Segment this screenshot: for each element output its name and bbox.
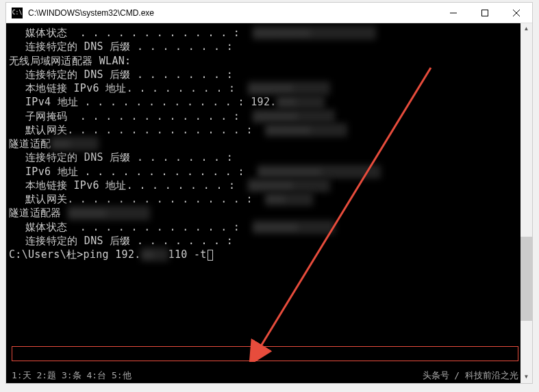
output-line: 连接特定的 DNS 后缀 . . . . . . . :: [9, 68, 532, 81]
scroll-down-icon[interactable]: ▼: [521, 371, 532, 383]
cmd-window: C:\ C:\WINDOWS\system32\CMD.exe 媒体状态 . .…: [5, 2, 533, 384]
redacted-value: xxxxxxx: [265, 123, 347, 137]
redacted-value: xxxxxxxxxx: [258, 165, 381, 179]
output-line: 媒体状态 . . . . . . . . . . . . : xxxxxxx: [9, 220, 532, 234]
scrollbar[interactable]: ▲ ▼: [521, 23, 532, 383]
text-cursor: [208, 250, 213, 261]
output-line: 连接特定的 DNS 后缀 . . . . . . . :: [9, 234, 532, 248]
adapter-header: 隧道适配器 xxxxxx: [9, 206, 532, 220]
redacted-value: xxxxxxxxx: [253, 26, 376, 40]
prompt-line: C:\Users\杜>ping 192.xx110 -t: [9, 248, 532, 261]
output-line: IPv6 地址 . . . . . . . . . . . . : xxxxxx…: [9, 165, 532, 179]
redacted-value: xxx: [277, 95, 325, 109]
close-button[interactable]: [501, 3, 532, 23]
redacted-value: xxx: [51, 137, 99, 151]
credit-text: 头条号 / 科技前沿之光: [423, 369, 518, 382]
redacted-value: xx: [141, 248, 168, 261]
output-line: IPv4 地址 . . . . . . . . . . . . : 192.xx…: [9, 95, 532, 109]
scroll-thumb[interactable]: [521, 237, 532, 321]
window-controls: [438, 3, 532, 23]
svg-rect-1: [482, 10, 488, 16]
window-title: C:\WINDOWS\system32\CMD.exe: [28, 8, 154, 18]
terminal-output[interactable]: 媒体状态 . . . . . . . . . . . . : xxxxxxxxx…: [6, 23, 532, 383]
redacted-value: xxx: [265, 192, 313, 206]
titlebar[interactable]: C:\ C:\WINDOWS\system32\CMD.exe: [6, 3, 532, 23]
output-line: 连接特定的 DNS 后缀 . . . . . . . :: [9, 40, 532, 53]
redacted-value: xxxxxx: [68, 206, 150, 220]
redacted-value: xxxxxxx: [253, 109, 335, 123]
output-line: 默认网关. . . . . . . . . . . . . . : xxxxxx…: [9, 123, 532, 137]
cmd-icon: C:\: [12, 8, 23, 18]
output-line: 子网掩码 . . . . . . . . . . . . : xxxxxxx: [9, 109, 532, 123]
scroll-track[interactable]: [521, 35, 532, 371]
adapter-header: 无线局域网适配器 WLAN:: [9, 54, 532, 68]
minimize-button[interactable]: [438, 3, 469, 23]
output-line: 媒体状态 . . . . . . . . . . . . : xxxxxxxxx: [9, 26, 532, 40]
output-line: 连接特定的 DNS 后缀 . . . . . . . :: [9, 151, 532, 164]
redacted-value: xxxxxxx: [253, 220, 335, 234]
highlight-box: [12, 346, 518, 361]
redacted-value: xxxxxxx: [248, 81, 330, 95]
maximize-button[interactable]: [469, 3, 501, 23]
adapter-header: 隧道适配xxx: [9, 137, 532, 151]
scroll-up-icon[interactable]: ▲: [521, 23, 532, 35]
output-line: 默认网关. . . . . . . . . . . . . . : xxx: [9, 192, 532, 206]
output-line: 本地链接 IPv6 地址. . . . . . . . : xxxxxxx: [9, 81, 532, 95]
output-line: 本地链接 IPv6 地址. . . . . . . . : xxxxxxx: [9, 179, 532, 192]
redacted-value: xxxxxxx: [248, 179, 330, 192]
